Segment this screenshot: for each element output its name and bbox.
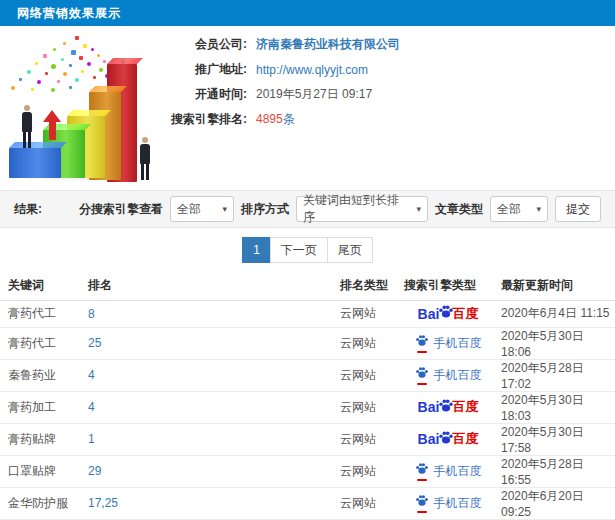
engine-cell: Bai百度 xyxy=(404,423,492,455)
keyword-rank-table: 关键词 排名 排名类型 搜索引擎类型 最新更新时间 膏药代工8云网站Bai百度2… xyxy=(0,272,615,520)
member-info-panel: 会员公司: 济南秦鲁药业科技有限公司 推广地址: http://www.qlyy… xyxy=(155,32,400,132)
baidu-pc-logo: Bai百度 xyxy=(418,303,479,324)
growth-arrow-icon xyxy=(43,110,61,140)
baidu-pc-logo: Bai百度 xyxy=(418,397,479,418)
article-type-label: 文章类型 xyxy=(435,201,483,218)
info-row-engine-rank: 搜索引擎排名: 4895条 xyxy=(155,107,400,132)
updated-cell: 2020年5月30日 18:03 xyxy=(492,391,615,423)
article-type-select[interactable]: 全部 ▾ xyxy=(490,196,548,222)
info-row-url: 推广地址: http://www.qlyyjt.com xyxy=(155,57,400,82)
chevron-down-icon: ▾ xyxy=(530,204,541,214)
rank-cell: 25 xyxy=(88,327,338,359)
rank-cell: 29 xyxy=(88,455,338,487)
open-time-label: 开通时间: xyxy=(155,86,247,103)
next-page-button[interactable]: 下一页 xyxy=(270,237,328,263)
promo-url-link[interactable]: http://www.qlyyjt.com xyxy=(256,63,368,77)
promo-url-label: 推广地址: xyxy=(155,61,247,78)
rank-link[interactable]: 4 xyxy=(88,368,95,382)
info-row-open-time: 开通时间: 2019年5月27日 09:17 xyxy=(155,82,400,107)
updated-cell: 2020年5月28日 16:55 xyxy=(492,455,615,487)
keyword-cell: 膏药代工 xyxy=(0,327,88,359)
rank-link[interactable]: 8 xyxy=(88,307,95,321)
keyword-cell: 口罩贴牌 xyxy=(0,455,88,487)
rank-type-cell: 云网站 xyxy=(338,455,404,487)
page-1-button[interactable]: 1 xyxy=(242,237,271,263)
updated-cell: 2020年5月30日 17:58 xyxy=(492,423,615,455)
businessman-left-figure xyxy=(19,105,35,148)
table-row: 膏药贴牌1云网站Bai百度2020年5月30日 17:58 xyxy=(0,423,615,455)
keyword-cell: 金华防护服 xyxy=(0,487,88,519)
submit-button[interactable]: 提交 xyxy=(555,196,601,222)
keyword-cell: 秦鲁药业 xyxy=(0,359,88,391)
paw-icon xyxy=(415,493,429,510)
pagination-area: 1 下一页 尾页 xyxy=(0,228,615,272)
red-underline xyxy=(417,511,427,513)
engine-cell: 手机百度 xyxy=(404,487,492,519)
keyword-cell: 膏药加工 xyxy=(0,391,88,423)
engine-cell: Bai百度 xyxy=(404,391,492,423)
rank-type-cell: 云网站 xyxy=(338,327,404,359)
table-row: 口罩贴牌29云网站手机百度2020年5月28日 16:55 xyxy=(0,455,615,487)
rank-cell: 8 xyxy=(88,300,338,327)
col-rank: 排名 xyxy=(88,272,338,300)
chevron-down-icon: ▾ xyxy=(216,204,227,214)
table-row: 金华防护服17,25云网站手机百度2020年6月20日 09:25 xyxy=(0,487,615,519)
col-engine-type: 搜索引擎类型 xyxy=(404,272,492,300)
red-underline xyxy=(417,351,427,353)
company-link[interactable]: 济南秦鲁药业科技有限公司 xyxy=(256,36,400,53)
paw-icon xyxy=(415,461,429,478)
updated-cell: 2020年6月20日 09:25 xyxy=(492,487,615,519)
rank-type-cell: 云网站 xyxy=(338,300,404,327)
rank-type-cell: 云网站 xyxy=(338,487,404,519)
baidu-mobile-logo: 手机百度 xyxy=(415,493,482,513)
rank-link[interactable]: 29 xyxy=(88,464,101,478)
baidu-pc-logo: Bai百度 xyxy=(418,429,479,450)
open-time-value: 2019年5月27日 09:17 xyxy=(256,86,372,103)
col-rank-type: 排名类型 xyxy=(338,272,404,300)
page-title: 网络营销效果展示 xyxy=(17,5,121,22)
baidu-mobile-logo: 手机百度 xyxy=(415,333,482,353)
table-row: 膏药代工8云网站Bai百度2020年6月4日 11:15 xyxy=(0,300,615,327)
rank-link[interactable]: 1 xyxy=(88,432,95,446)
table-row: 秦鲁药业4云网站手机百度2020年5月28日 17:02 xyxy=(0,359,615,391)
rank-link[interactable]: 4 xyxy=(88,400,95,414)
sort-select[interactable]: 关键词由短到长排序 ▾ xyxy=(296,196,428,222)
bar-chart-clipart xyxy=(5,34,170,184)
hero-section: 会员公司: 济南秦鲁药业科技有限公司 推广地址: http://www.qlyy… xyxy=(0,26,615,190)
table-row: 膏药代工25云网站手机百度2020年5月30日 18:06 xyxy=(0,327,615,359)
engine-filter-select[interactable]: 全部 ▾ xyxy=(170,196,234,222)
red-underline xyxy=(417,383,427,385)
keyword-cell: 膏药代工 xyxy=(0,300,88,327)
businessman-right-figure xyxy=(137,137,153,180)
engine-cell: 手机百度 xyxy=(404,327,492,359)
top-title-bar: 网络营销效果展示 xyxy=(0,0,615,26)
updated-cell: 2020年5月30日 18:06 xyxy=(492,327,615,359)
rank-cell: 4 xyxy=(88,391,338,423)
chevron-down-icon: ▾ xyxy=(410,204,421,214)
engine-cell: 手机百度 xyxy=(404,455,492,487)
rank-type-cell: 云网站 xyxy=(338,423,404,455)
rank-cell: 17,25 xyxy=(88,487,338,519)
updated-cell: 2020年5月28日 17:02 xyxy=(492,359,615,391)
rank-type-cell: 云网站 xyxy=(338,359,404,391)
info-row-company: 会员公司: 济南秦鲁药业科技有限公司 xyxy=(155,32,400,57)
table-header-row: 关键词 排名 排名类型 搜索引擎类型 最新更新时间 xyxy=(0,272,615,300)
rank-type-cell: 云网站 xyxy=(338,391,404,423)
result-label: 结果: xyxy=(14,201,42,218)
table-row: 膏药加工4云网站Bai百度2020年5月30日 18:03 xyxy=(0,391,615,423)
paw-icon xyxy=(415,365,429,382)
rank-cell: 4 xyxy=(88,359,338,391)
red-underline xyxy=(417,479,427,481)
filter-controls: 分搜索引擎查看 全部 ▾ 排序方式 关键词由短到长排序 ▾ 文章类型 全部 ▾ … xyxy=(79,196,601,222)
paw-icon xyxy=(415,333,429,350)
rank-link[interactable]: 25 xyxy=(88,336,101,350)
updated-cell: 2020年6月4日 11:15 xyxy=(492,300,615,327)
pagination: 1 下一页 尾页 xyxy=(242,237,373,263)
rank-cell: 1 xyxy=(88,423,338,455)
clipart-bar-blue xyxy=(9,148,61,178)
engine-cell: Bai百度 xyxy=(404,300,492,327)
sort-label: 排序方式 xyxy=(241,201,289,218)
rank-link[interactable]: 17,25 xyxy=(88,496,118,510)
engine-rank-label: 搜索引擎排名: xyxy=(155,111,247,128)
last-page-button[interactable]: 尾页 xyxy=(327,237,373,263)
